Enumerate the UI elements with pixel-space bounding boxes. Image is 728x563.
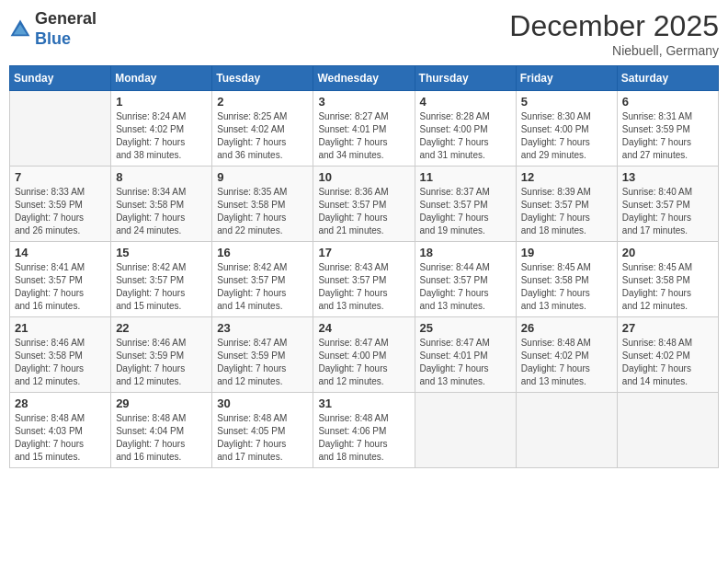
calendar-cell: 24Sunrise: 8:47 AM Sunset: 4:00 PM Dayli… xyxy=(313,317,415,393)
day-number: 16 xyxy=(217,246,308,259)
day-info: Sunrise: 8:41 AM Sunset: 3:57 PM Dayligh… xyxy=(15,261,106,313)
calendar-cell xyxy=(617,393,718,468)
weekday-header: Monday xyxy=(111,66,212,91)
day-number: 22 xyxy=(116,321,207,335)
calendar-cell: 15Sunrise: 8:42 AM Sunset: 3:57 PM Dayli… xyxy=(111,242,212,317)
day-info: Sunrise: 8:48 AM Sunset: 4:02 PM Dayligh… xyxy=(521,337,612,388)
calendar-cell: 28Sunrise: 8:48 AM Sunset: 4:03 PM Dayli… xyxy=(10,393,111,468)
calendar-cell: 17Sunrise: 8:43 AM Sunset: 3:57 PM Dayli… xyxy=(313,242,415,317)
day-number: 11 xyxy=(420,170,511,184)
calendar-cell xyxy=(516,393,617,468)
weekday-header: Saturday xyxy=(617,66,718,91)
day-info: Sunrise: 8:42 AM Sunset: 3:57 PM Dayligh… xyxy=(116,261,207,313)
day-number: 25 xyxy=(420,321,511,335)
day-info: Sunrise: 8:48 AM Sunset: 4:06 PM Dayligh… xyxy=(318,412,409,464)
title-section: December 2025 Niebuell, Germany xyxy=(509,9,719,58)
calendar-cell: 31Sunrise: 8:48 AM Sunset: 4:06 PM Dayli… xyxy=(313,393,415,468)
day-info: Sunrise: 8:31 AM Sunset: 3:59 PM Dayligh… xyxy=(622,110,713,162)
calendar-cell: 16Sunrise: 8:42 AM Sunset: 3:57 PM Dayli… xyxy=(212,242,313,317)
calendar-cell: 2Sunrise: 8:25 AM Sunset: 4:02 AM Daylig… xyxy=(212,91,313,167)
day-number: 14 xyxy=(15,246,106,259)
day-number: 31 xyxy=(318,396,409,410)
day-info: Sunrise: 8:36 AM Sunset: 3:57 PM Dayligh… xyxy=(318,186,409,237)
calendar-cell: 27Sunrise: 8:48 AM Sunset: 4:02 PM Dayli… xyxy=(617,317,718,393)
calendar-cell: 14Sunrise: 8:41 AM Sunset: 3:57 PM Dayli… xyxy=(10,242,111,317)
weekday-header: Tuesday xyxy=(212,66,313,91)
day-number: 30 xyxy=(217,396,308,410)
day-number: 19 xyxy=(521,246,612,259)
day-number: 4 xyxy=(420,95,511,109)
day-number: 13 xyxy=(622,170,713,184)
calendar-cell: 18Sunrise: 8:44 AM Sunset: 3:57 PM Dayli… xyxy=(415,242,516,317)
day-info: Sunrise: 8:27 AM Sunset: 4:01 PM Dayligh… xyxy=(318,110,409,162)
day-info: Sunrise: 8:37 AM Sunset: 3:57 PM Dayligh… xyxy=(420,186,511,237)
calendar-cell: 6Sunrise: 8:31 AM Sunset: 3:59 PM Daylig… xyxy=(617,91,718,167)
day-info: Sunrise: 8:48 AM Sunset: 4:05 PM Dayligh… xyxy=(217,412,308,464)
page-header: General Blue December 2025 Niebuell, Ger… xyxy=(9,9,719,58)
day-info: Sunrise: 8:35 AM Sunset: 3:58 PM Dayligh… xyxy=(217,186,308,237)
calendar-week-row: 7Sunrise: 8:33 AM Sunset: 3:59 PM Daylig… xyxy=(10,167,719,242)
day-number: 12 xyxy=(521,170,612,184)
day-info: Sunrise: 8:30 AM Sunset: 4:00 PM Dayligh… xyxy=(521,110,612,162)
calendar-cell: 9Sunrise: 8:35 AM Sunset: 3:58 PM Daylig… xyxy=(212,167,313,242)
day-info: Sunrise: 8:48 AM Sunset: 4:02 PM Dayligh… xyxy=(622,337,713,388)
weekday-header: Friday xyxy=(516,66,617,91)
day-number: 9 xyxy=(217,170,308,184)
logo-general: General xyxy=(35,9,97,29)
day-number: 28 xyxy=(15,396,106,410)
month-title: December 2025 xyxy=(509,9,719,43)
logo-text: General Blue xyxy=(35,9,97,49)
calendar-cell: 13Sunrise: 8:40 AM Sunset: 3:57 PM Dayli… xyxy=(617,167,718,242)
day-number: 26 xyxy=(521,321,612,335)
day-info: Sunrise: 8:44 AM Sunset: 3:57 PM Dayligh… xyxy=(420,261,511,313)
calendar-week-row: 14Sunrise: 8:41 AM Sunset: 3:57 PM Dayli… xyxy=(10,242,719,317)
day-number: 2 xyxy=(217,95,308,109)
calendar-cell: 1Sunrise: 8:24 AM Sunset: 4:02 PM Daylig… xyxy=(111,91,212,167)
calendar-week-row: 28Sunrise: 8:48 AM Sunset: 4:03 PM Dayli… xyxy=(10,393,719,468)
weekday-header: Wednesday xyxy=(313,66,415,91)
day-info: Sunrise: 8:43 AM Sunset: 3:57 PM Dayligh… xyxy=(318,261,409,313)
day-info: Sunrise: 8:40 AM Sunset: 3:57 PM Dayligh… xyxy=(622,186,713,237)
day-number: 27 xyxy=(622,321,713,335)
weekday-header: Thursday xyxy=(415,66,516,91)
day-number: 5 xyxy=(521,95,612,109)
calendar-cell: 19Sunrise: 8:45 AM Sunset: 3:58 PM Dayli… xyxy=(516,242,617,317)
weekday-header: Sunday xyxy=(10,66,111,91)
weekday-header-row: SundayMondayTuesdayWednesdayThursdayFrid… xyxy=(10,66,719,91)
day-info: Sunrise: 8:48 AM Sunset: 4:04 PM Dayligh… xyxy=(116,412,207,464)
day-info: Sunrise: 8:25 AM Sunset: 4:02 AM Dayligh… xyxy=(217,110,308,162)
calendar-cell: 5Sunrise: 8:30 AM Sunset: 4:00 PM Daylig… xyxy=(516,91,617,167)
calendar-cell xyxy=(10,91,111,167)
day-info: Sunrise: 8:39 AM Sunset: 3:57 PM Dayligh… xyxy=(521,186,612,237)
day-info: Sunrise: 8:34 AM Sunset: 3:58 PM Dayligh… xyxy=(116,186,207,237)
day-info: Sunrise: 8:28 AM Sunset: 4:00 PM Dayligh… xyxy=(420,110,511,162)
day-number: 17 xyxy=(318,246,409,259)
day-number: 8 xyxy=(116,170,207,184)
day-info: Sunrise: 8:24 AM Sunset: 4:02 PM Dayligh… xyxy=(116,110,207,162)
day-info: Sunrise: 8:46 AM Sunset: 3:59 PM Dayligh… xyxy=(116,337,207,388)
location: Niebuell, Germany xyxy=(509,43,719,58)
calendar-cell: 30Sunrise: 8:48 AM Sunset: 4:05 PM Dayli… xyxy=(212,393,313,468)
calendar-week-row: 21Sunrise: 8:46 AM Sunset: 3:58 PM Dayli… xyxy=(10,317,719,393)
day-info: Sunrise: 8:47 AM Sunset: 4:01 PM Dayligh… xyxy=(420,337,511,388)
calendar-week-row: 1Sunrise: 8:24 AM Sunset: 4:02 PM Daylig… xyxy=(10,91,719,167)
day-number: 18 xyxy=(420,246,511,259)
calendar-cell: 23Sunrise: 8:47 AM Sunset: 3:59 PM Dayli… xyxy=(212,317,313,393)
day-info: Sunrise: 8:46 AM Sunset: 3:58 PM Dayligh… xyxy=(15,337,106,388)
calendar-cell: 4Sunrise: 8:28 AM Sunset: 4:00 PM Daylig… xyxy=(415,91,516,167)
day-number: 15 xyxy=(116,246,207,259)
day-number: 21 xyxy=(15,321,106,335)
day-number: 7 xyxy=(15,170,106,184)
day-number: 29 xyxy=(116,396,207,410)
day-info: Sunrise: 8:42 AM Sunset: 3:57 PM Dayligh… xyxy=(217,261,308,313)
calendar-table: SundayMondayTuesdayWednesdayThursdayFrid… xyxy=(9,65,719,468)
calendar-cell: 11Sunrise: 8:37 AM Sunset: 3:57 PM Dayli… xyxy=(415,167,516,242)
calendar-cell: 26Sunrise: 8:48 AM Sunset: 4:02 PM Dayli… xyxy=(516,317,617,393)
logo-icon xyxy=(9,18,31,40)
day-info: Sunrise: 8:47 AM Sunset: 4:00 PM Dayligh… xyxy=(318,337,409,388)
calendar-cell: 29Sunrise: 8:48 AM Sunset: 4:04 PM Dayli… xyxy=(111,393,212,468)
calendar-cell xyxy=(415,393,516,468)
calendar-cell: 21Sunrise: 8:46 AM Sunset: 3:58 PM Dayli… xyxy=(10,317,111,393)
calendar-cell: 10Sunrise: 8:36 AM Sunset: 3:57 PM Dayli… xyxy=(313,167,415,242)
day-number: 3 xyxy=(318,95,409,109)
